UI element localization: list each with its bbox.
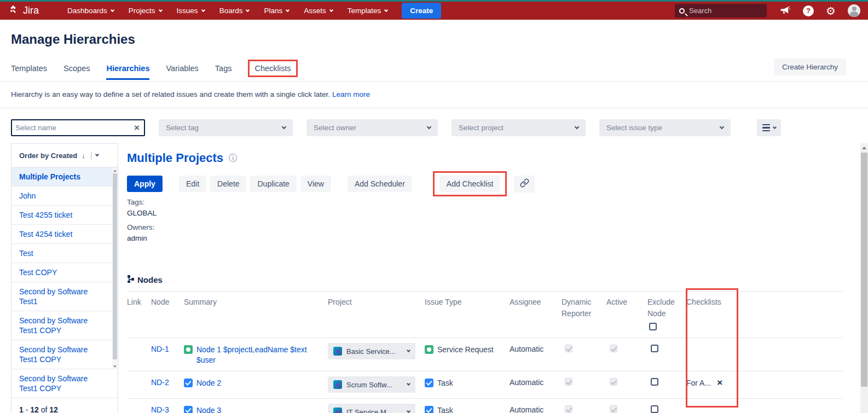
tab-checklists[interactable]: Checklists: [254, 64, 291, 73]
exclude-node-checkbox[interactable]: [651, 345, 658, 352]
sidebar-item-test-4255[interactable]: Test 4255 ticket: [11, 206, 118, 225]
scrollbar-thumb[interactable]: [113, 173, 117, 359]
nav-boards[interactable]: Boards: [219, 7, 250, 15]
node-id-link[interactable]: ND-3: [151, 405, 184, 413]
node-summary-link[interactable]: Node 2: [196, 378, 221, 388]
sidebar-item-multiple-projects[interactable]: Multiple Projects: [11, 167, 118, 187]
order-by-control[interactable]: Order by Created ↓: [11, 144, 118, 167]
tab-tags[interactable]: Tags: [215, 64, 232, 73]
select-issue-type-filter[interactable]: Select issue type: [599, 119, 731, 136]
sidebar-scrollbar[interactable]: [112, 168, 117, 369]
select-name-filter[interactable]: ×: [11, 119, 145, 136]
chevron-down-icon: [575, 125, 579, 129]
checklist-cell: For A... ×: [686, 378, 752, 387]
learn-more-link[interactable]: Learn more: [332, 90, 370, 98]
sidebar-item-second-test1-copy-1[interactable]: Second by Software Test1 COPY: [11, 311, 118, 340]
divider: [91, 152, 91, 160]
tab-templates[interactable]: Templates: [11, 64, 47, 73]
clear-icon[interactable]: ×: [134, 123, 140, 132]
edit-button[interactable]: Edit: [179, 176, 206, 192]
dynamic-reporter-checkbox: [565, 378, 572, 386]
megaphone-icon[interactable]: [779, 4, 791, 18]
sidebar-item-test[interactable]: Test: [11, 244, 118, 263]
tab-scopes[interactable]: Scopes: [63, 64, 90, 73]
select-tag-filter[interactable]: Select tag: [159, 119, 293, 136]
exclude-node-checkbox[interactable]: [651, 405, 658, 413]
view-button[interactable]: View: [300, 176, 331, 192]
nav-assets[interactable]: Assets: [304, 7, 333, 15]
node-id-link[interactable]: ND-2: [151, 378, 184, 387]
hamburger-icon: [762, 124, 770, 132]
info-icon[interactable]: ⓘ: [229, 150, 238, 166]
nav-issues[interactable]: Issues: [177, 7, 205, 15]
window-scrollbar[interactable]: [860, 143, 868, 413]
chevron-down-icon: [407, 348, 410, 352]
service-request-icon: [425, 345, 433, 354]
hierarchy-meta: Tags: GLOBAL Owners: admin: [127, 197, 843, 244]
annotation-box-add-checklist: Add Checklist: [433, 171, 507, 196]
node-summary-link[interactable]: Node 3: [196, 405, 221, 413]
tab-variables[interactable]: Variables: [166, 64, 198, 73]
sort-direction-icon[interactable]: ↓: [82, 152, 85, 160]
gear-icon[interactable]: ⚙: [826, 5, 836, 16]
project-select[interactable]: Scrum Softw...: [328, 376, 415, 393]
chevron-down-icon: [427, 125, 431, 129]
select-project-filter[interactable]: Select project: [452, 119, 586, 136]
scroll-down-icon[interactable]: [113, 365, 117, 368]
sidebar-item-second-test1-copy-3[interactable]: Second by Software Test1 COPY: [11, 369, 118, 398]
search-icon: [679, 8, 685, 14]
task-icon: [425, 406, 433, 413]
chevron-down-icon: [282, 125, 286, 129]
nodes-section: Nodes Link Node Summary Project Issue Ty…: [127, 275, 843, 413]
jira-logo[interactable]: Jira: [8, 4, 39, 18]
sidebar-item-second-test1[interactable]: Second by Software Test1: [11, 282, 118, 311]
nav-plans[interactable]: Plans: [264, 7, 289, 15]
help-icon[interactable]: ?: [803, 5, 814, 16]
tab-hierarchies[interactable]: Hierarchies: [106, 64, 149, 73]
sidebar-item-second-test1-copy-2[interactable]: Second by Software Test1 COPY: [11, 340, 118, 369]
scroll-up-icon[interactable]: [113, 170, 117, 172]
select-owner-filter[interactable]: Select owner: [306, 119, 438, 136]
delete-button[interactable]: Delete: [210, 176, 246, 192]
nav-templates[interactable]: Templates: [348, 7, 388, 15]
add-checklist-button[interactable]: Add Checklist: [439, 176, 501, 192]
duplicate-button[interactable]: Duplicate: [250, 176, 296, 192]
col-project: Project: [328, 296, 425, 308]
create-hierarchy-button[interactable]: Create Hierarchy: [774, 59, 846, 75]
name-filter-input[interactable]: [15, 124, 134, 132]
project-select[interactable]: IT Service M...: [328, 404, 415, 413]
add-scheduler-button[interactable]: Add Scheduler: [348, 176, 412, 192]
exclude-all-checkbox[interactable]: [649, 323, 657, 330]
table-row: ND-1 Node 1 $projectLeadName $text $user…: [127, 338, 843, 371]
nav-dashboards[interactable]: Dashboards: [67, 7, 114, 15]
scroll-up-icon[interactable]: [862, 147, 866, 149]
dynamic-reporter-checkbox: [565, 405, 572, 413]
list-options-menu-button[interactable]: [757, 119, 781, 136]
node-id-link[interactable]: ND-1: [151, 345, 184, 353]
page-title: Manage Hierarchies: [11, 32, 135, 47]
issue-type-cell: Service Request: [425, 345, 510, 354]
search-input[interactable]: [689, 7, 762, 15]
user-avatar[interactable]: [848, 4, 860, 17]
col-issue-type: Issue Type: [425, 296, 510, 308]
chevron-down-icon[interactable]: [95, 153, 99, 156]
sidebar-item-test-copy[interactable]: Test COPY: [11, 263, 118, 282]
nav-projects[interactable]: Projects: [129, 7, 162, 15]
create-issue-button[interactable]: Create: [402, 3, 441, 19]
copy-link-button[interactable]: [514, 176, 535, 193]
apply-button[interactable]: Apply: [127, 176, 163, 192]
project-select[interactable]: Basic Service...: [328, 343, 415, 359]
assignee-cell: Automatic: [510, 345, 562, 353]
exclude-node-checkbox[interactable]: [651, 378, 658, 386]
link-icon: [520, 178, 529, 189]
col-node: Node: [151, 296, 184, 308]
global-search[interactable]: [675, 4, 767, 18]
scrollbar-thumb[interactable]: [861, 153, 867, 387]
nodes-section-title: Nodes: [127, 275, 843, 285]
dynamic-reporter-checkbox: [565, 345, 572, 352]
sidebar-item-test-4254[interactable]: Test 4254 ticket: [11, 225, 118, 244]
remove-checklist-button[interactable]: ×: [717, 378, 722, 387]
sidebar-item-john[interactable]: John: [11, 187, 118, 206]
node-summary-link[interactable]: Node 1 $projectLeadName $text $user: [196, 345, 314, 365]
tags-value: GLOBAL: [127, 208, 843, 219]
